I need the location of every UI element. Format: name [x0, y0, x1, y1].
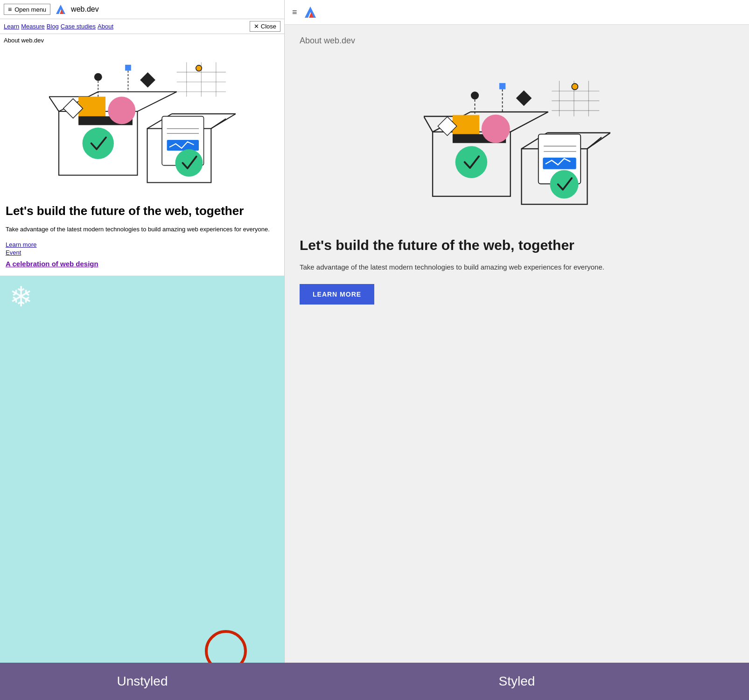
unstyled-label: Unstyled: [0, 663, 285, 700]
svg-point-24: [94, 73, 102, 81]
styled-panel: ≡ About web.dev: [285, 0, 749, 663]
svg-point-70: [572, 83, 578, 90]
snowflake-icon: ❄: [9, 280, 33, 313]
event-link[interactable]: Event: [6, 249, 279, 256]
close-label: Close: [261, 23, 276, 30]
celebration-link[interactable]: A celebration of web design: [6, 260, 98, 268]
hamburger-icon: ≡: [8, 6, 12, 13]
red-circle-decoration: [205, 630, 247, 663]
svg-point-35: [196, 65, 202, 71]
open-menu-button[interactable]: ≡ Open menu: [4, 4, 50, 15]
celebration-link-container: A celebration of web design: [0, 258, 284, 276]
nav-blog[interactable]: Blog: [47, 23, 59, 30]
svg-rect-26: [125, 65, 131, 71]
unstyled-label-text: Unstyled: [117, 674, 168, 689]
svg-rect-22: [167, 140, 198, 151]
links-unstyled: Learn more Event: [0, 239, 284, 258]
webdev-logo-unstyled: [54, 3, 67, 16]
labels-row: Unstyled Styled: [0, 663, 749, 700]
styled-hamburger-icon[interactable]: ≡: [292, 7, 297, 17]
bottom-preview-unstyled: ❄: [0, 276, 284, 663]
open-menu-label: Open menu: [14, 6, 46, 13]
learn-more-link[interactable]: Learn more: [6, 241, 279, 248]
svg-line-18: [211, 119, 226, 129]
styled-header: ≡: [285, 0, 749, 25]
learn-more-button[interactable]: LEARN MORE: [300, 284, 374, 305]
styled-content: About web.dev: [285, 25, 749, 663]
hero-illustration-styled: [300, 57, 734, 225]
close-icon: ✕: [254, 23, 259, 30]
page-label-unstyled: About web.dev: [0, 34, 284, 47]
svg-rect-28: [140, 72, 155, 88]
webdev-logo-styled: [303, 5, 318, 20]
hero-desc-unstyled: Take advantage of the latest modern tech…: [0, 223, 284, 240]
hero-heading-styled: Let's build the future of the web, toget…: [300, 236, 734, 254]
svg-point-23: [175, 149, 203, 177]
svg-line-5: [137, 92, 176, 111]
page-label-styled: About web.dev: [300, 36, 734, 46]
hero-desc-styled: Take advantage of the latest modern tech…: [300, 262, 734, 273]
hero-heading-unstyled: Let's build the future of the web, toget…: [0, 196, 284, 223]
svg-point-46: [481, 115, 510, 143]
svg-point-58: [550, 170, 578, 199]
styled-label-text: Styled: [499, 674, 535, 689]
svg-line-42: [424, 117, 433, 132]
site-title-unstyled: web.dev: [71, 5, 99, 14]
nav-measure[interactable]: Measure: [21, 23, 45, 30]
nav-bar-unstyled: Learn Measure Blog Case studies About ✕ …: [0, 19, 284, 34]
svg-point-59: [470, 91, 478, 99]
svg-rect-63: [516, 90, 532, 106]
svg-point-48: [455, 146, 487, 178]
hero-illustration-unstyled: [0, 47, 284, 196]
styled-label: Styled: [285, 663, 749, 700]
svg-line-7: [49, 97, 59, 111]
nav-case-studies[interactable]: Case studies: [61, 23, 96, 30]
nav-learn[interactable]: Learn: [4, 23, 19, 30]
unstyled-panel: ≡ Open menu web.dev Learn Measure Blog C…: [0, 0, 285, 663]
svg-point-13: [82, 128, 113, 159]
close-button[interactable]: ✕ Close: [250, 21, 280, 32]
svg-rect-61: [499, 83, 505, 89]
svg-line-53: [587, 137, 601, 149]
nav-about[interactable]: About: [98, 23, 113, 30]
svg-point-11: [108, 97, 135, 124]
unstyled-header: ≡ Open menu web.dev: [0, 0, 284, 19]
svg-line-40: [510, 112, 548, 132]
